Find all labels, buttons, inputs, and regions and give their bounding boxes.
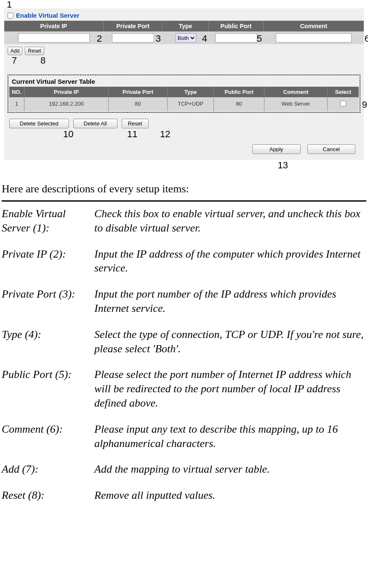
add-button[interactable]: Add bbox=[8, 47, 22, 55]
enable-checkbox[interactable] bbox=[8, 13, 13, 19]
desc-row: Public Port (5): Please select the port … bbox=[2, 367, 366, 410]
header-type: Type bbox=[163, 21, 209, 31]
th-private-ip: Private IP bbox=[24, 87, 109, 97]
th-type: Type bbox=[168, 87, 214, 97]
table-row: 1 192.168.2.200 80 TCP+UDP 80 Web Server bbox=[9, 97, 359, 111]
divider bbox=[2, 200, 366, 202]
desc-label: Add (7): bbox=[2, 462, 94, 476]
callout-13: 13 bbox=[278, 160, 288, 171]
desc-text: Check this box to enable virtual server,… bbox=[94, 207, 366, 235]
header-comment: Comment bbox=[264, 21, 364, 31]
input-row: 2 3 Both 4 5 6 bbox=[4, 32, 364, 44]
desc-row: Enable Virtual Server (1): Check this bo… bbox=[2, 207, 366, 235]
desc-row: Add (7): Add the mapping to virtual serv… bbox=[2, 462, 366, 476]
desc-text: Select the type of connection, TCP or UD… bbox=[94, 327, 366, 356]
td-type: TCP+UDP bbox=[168, 97, 214, 111]
header-private-port: Private Port bbox=[104, 21, 163, 31]
desc-row: Private Port (3): Input the port number … bbox=[2, 287, 366, 316]
th-comment: Comment bbox=[264, 87, 328, 97]
desc-text: Please input any text to describe this m… bbox=[94, 422, 366, 451]
desc-text: Input the IP address of the computer whi… bbox=[94, 247, 366, 276]
comment-input[interactable] bbox=[276, 33, 352, 43]
desc-label: Public Port (5): bbox=[2, 367, 94, 410]
callout-1: 1 bbox=[7, 0, 12, 10]
current-table-box: Current Virtual Server Table NO. Private… bbox=[8, 74, 360, 113]
desc-text: Remove all inputted values. bbox=[94, 488, 366, 503]
desc-label: Enable Virtual Server (1): bbox=[2, 207, 94, 235]
desc-row: Reset (8): Remove all inputted values. bbox=[2, 488, 366, 503]
type-select[interactable]: Both bbox=[176, 33, 196, 43]
table-title: Current Virtual Server Table bbox=[9, 76, 359, 87]
private-ip-input[interactable] bbox=[18, 33, 90, 43]
private-port-input[interactable] bbox=[112, 33, 154, 43]
desc-text: Please select the port number of Interne… bbox=[94, 367, 366, 410]
reset-button[interactable]: Reset bbox=[25, 47, 44, 55]
descriptions-intro: Here are descriptions of every setup ite… bbox=[2, 183, 366, 195]
input-header-row: Private IP Private Port Type Public Port… bbox=[4, 21, 364, 32]
callout-4: 4 bbox=[202, 33, 207, 44]
delete-all-button[interactable]: Delete All bbox=[73, 119, 117, 128]
apply-cancel-row: Apply Cancel bbox=[4, 136, 364, 156]
lower-buttons: Delete Selected Delete All Reset 10 11 1… bbox=[4, 115, 364, 128]
callout-9: 9 bbox=[362, 99, 367, 110]
th-public-port: Public Port bbox=[214, 87, 264, 97]
desc-text: Add the mapping to virtual server table. bbox=[94, 462, 366, 476]
td-comment: Web Server bbox=[264, 97, 328, 111]
desc-label: Comment (6): bbox=[2, 422, 94, 451]
reset2-button[interactable]: Reset bbox=[122, 119, 149, 128]
callout-7: 7 bbox=[12, 55, 17, 66]
delete-selected-button[interactable]: Delete Selected bbox=[9, 119, 69, 128]
header-public-port: Public Port bbox=[209, 21, 264, 31]
public-port-input[interactable] bbox=[215, 33, 257, 43]
td-private-port: 80 bbox=[109, 97, 168, 111]
th-select: Select bbox=[328, 87, 359, 97]
cancel-button[interactable]: Cancel bbox=[307, 144, 355, 154]
th-private-port: Private Port bbox=[109, 87, 168, 97]
add-reset-row: Add Reset 7 8 bbox=[4, 44, 364, 58]
callout-8: 8 bbox=[40, 55, 45, 66]
enable-label: Enable Virtual Server bbox=[16, 12, 80, 19]
desc-label: Type (4): bbox=[2, 327, 94, 356]
desc-label: Private Port (3): bbox=[2, 287, 94, 316]
td-select bbox=[328, 97, 359, 111]
enable-row: Enable Virtual Server bbox=[4, 8, 364, 21]
descriptions-table: Enable Virtual Server (1): Check this bo… bbox=[2, 207, 366, 503]
callout-5: 5 bbox=[257, 33, 262, 44]
callout-3: 3 bbox=[156, 33, 161, 44]
apply-button[interactable]: Apply bbox=[252, 144, 301, 154]
td-public-port: 80 bbox=[214, 97, 264, 111]
header-private-ip: Private IP bbox=[4, 21, 104, 31]
row-select-checkbox[interactable] bbox=[340, 101, 346, 106]
callout-6: 6 bbox=[365, 33, 368, 44]
th-no: NO. bbox=[9, 87, 24, 97]
callout-2: 2 bbox=[97, 33, 102, 44]
desc-label: Reset (8): bbox=[2, 488, 94, 503]
desc-label: Private IP (2): bbox=[2, 247, 94, 276]
desc-row: Comment (6): Please input any text to de… bbox=[2, 422, 366, 451]
desc-row: Type (4): Select the type of connection,… bbox=[2, 327, 366, 356]
virtual-server-panel: 1 Enable Virtual Server Private IP Priva… bbox=[4, 8, 364, 160]
table-header-row: NO. Private IP Private Port Type Public … bbox=[9, 87, 359, 97]
desc-text: Input the port number of the IP address … bbox=[94, 287, 366, 316]
td-no: 1 bbox=[9, 97, 24, 111]
desc-row: Private IP (2): Input the IP address of … bbox=[2, 247, 366, 276]
td-private-ip: 192.168.2.200 bbox=[24, 97, 109, 111]
